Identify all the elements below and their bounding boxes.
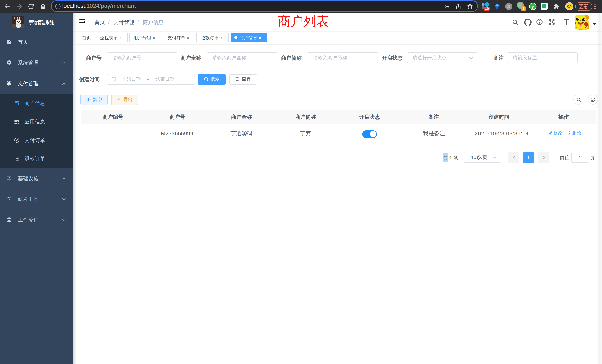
svg-text:⌘: ⌘ xyxy=(506,4,511,9)
svg-text:y: y xyxy=(532,4,534,9)
svg-text:1: 1 xyxy=(523,7,525,11)
svg-text:10: 10 xyxy=(485,7,489,11)
